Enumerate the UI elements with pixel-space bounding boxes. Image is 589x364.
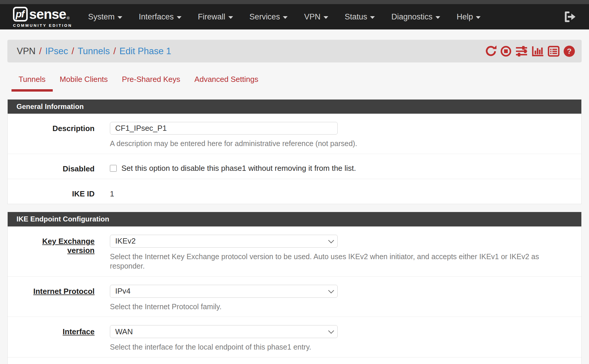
interface-label[interactable]: Interface: [17, 325, 95, 352]
breadcrumb-ipsec-link[interactable]: IPsec: [45, 46, 68, 57]
row-remote-gateway: Remote Gateway Enter the public IP addre…: [8, 357, 581, 364]
nav-item-status[interactable]: Status: [345, 12, 375, 21]
tab-tunnels[interactable]: Tunnels: [11, 70, 53, 92]
internet-protocol-help: Select the Internet Protocol family.: [110, 302, 572, 312]
pf-logo-icon: pf: [13, 7, 28, 21]
chevron-down-icon: [435, 16, 440, 19]
nav-item-help[interactable]: Help: [457, 12, 481, 21]
top-strip: [0, 0, 589, 4]
chevron-down-icon: [177, 16, 182, 19]
chevron-down-icon: [370, 16, 375, 19]
nav-item-services[interactable]: Services: [250, 12, 288, 21]
main-navbar: pf sense ® COMMUNITY EDITION System Inte…: [0, 4, 589, 29]
ike-id-label: IKE ID: [17, 187, 95, 198]
row-key-exchange-version: Key Exchange version IKEv2 Select the In…: [8, 226, 581, 276]
breadcrumb-tunnels-link[interactable]: Tunnels: [78, 46, 110, 57]
row-description: Description A description may be entered…: [8, 114, 581, 154]
sliders-icon[interactable]: [515, 46, 528, 57]
panel-general-information: General Information Description A descri…: [7, 99, 582, 204]
nav-menu: System Interfaces Firewall Services VPN …: [88, 12, 497, 21]
page-action-icons: ?: [485, 45, 575, 57]
tab-mobile-clients[interactable]: Mobile Clients: [53, 70, 115, 92]
stop-circle-icon[interactable]: [500, 46, 512, 57]
disabled-label: Disabled: [17, 162, 95, 173]
interface-help: Select the interface for the local endpo…: [110, 342, 572, 352]
panel-title: IKE Endpoint Configuration: [8, 212, 581, 226]
key-exchange-version-label[interactable]: Key Exchange version: [17, 235, 95, 271]
nav-item-diagnostics[interactable]: Diagnostics: [391, 12, 440, 21]
chevron-down-icon: [328, 237, 334, 243]
nav-item-firewall[interactable]: Firewall: [198, 12, 233, 21]
chevron-down-icon: [283, 16, 288, 19]
description-label: Description: [17, 122, 95, 148]
tab-advanced-settings[interactable]: Advanced Settings: [187, 70, 265, 92]
key-exchange-version-help: Select the Internet Key Exchange protoco…: [110, 252, 572, 271]
breadcrumb-vpn: VPN: [17, 46, 36, 57]
sign-out-icon[interactable]: [564, 11, 576, 23]
refresh-icon[interactable]: [485, 46, 496, 57]
chevron-down-icon: [328, 328, 334, 334]
key-exchange-version-select[interactable]: IKEv2: [110, 235, 338, 248]
brand-name: sense: [29, 6, 66, 22]
row-ike-id: IKE ID 1: [8, 179, 581, 204]
tab-bar: Tunnels Mobile Clients Pre-Shared Keys A…: [7, 70, 582, 92]
row-internet-protocol: Internet Protocol IPv4 Select the Intern…: [8, 276, 581, 317]
tab-pre-shared-keys[interactable]: Pre-Shared Keys: [115, 70, 187, 92]
disabled-checkbox[interactable]: [110, 165, 117, 172]
bar-chart-icon[interactable]: [532, 46, 544, 57]
chevron-down-icon: [228, 16, 233, 19]
nav-item-vpn[interactable]: VPN: [304, 12, 328, 21]
registered-mark: ®: [67, 16, 70, 20]
brand-edition: COMMUNITY EDITION: [13, 23, 72, 28]
disabled-checkbox-text: Set this option to disable this phase1 w…: [121, 164, 356, 173]
breadcrumb: VPN / IPsec / Tunnels / Edit Phase 1: [17, 46, 171, 57]
breadcrumb-bar: VPN / IPsec / Tunnels / Edit Phase 1 ?: [7, 40, 582, 62]
chevron-down-icon: [328, 287, 334, 293]
row-disabled: Disabled Set this option to disable this…: [8, 154, 581, 179]
list-icon[interactable]: [548, 46, 560, 57]
interface-select[interactable]: WAN: [110, 325, 338, 338]
question-circle-icon[interactable]: ?: [563, 45, 575, 57]
nav-item-system[interactable]: System: [88, 12, 122, 21]
description-help: A description may be entered here for ad…: [110, 139, 572, 148]
ike-id-value: 1: [110, 187, 572, 198]
description-input[interactable]: [110, 122, 338, 135]
pfsense-logo[interactable]: pf sense ® COMMUNITY EDITION: [13, 6, 72, 28]
chevron-down-icon: [476, 16, 481, 19]
svg-text:?: ?: [567, 47, 572, 56]
chevron-down-icon: [324, 16, 328, 19]
panel-ike-endpoint-configuration: IKE Endpoint Configuration Key Exchange …: [7, 212, 582, 364]
chevron-down-icon: [118, 16, 122, 19]
row-interface: Interface WAN Select the interface for t…: [8, 317, 581, 357]
nav-item-interfaces[interactable]: Interfaces: [139, 12, 182, 21]
breadcrumb-edit-phase1-link[interactable]: Edit Phase 1: [119, 46, 171, 57]
internet-protocol-select[interactable]: IPv4: [110, 285, 338, 298]
panel-title: General Information: [8, 100, 581, 114]
internet-protocol-label[interactable]: Internet Protocol: [17, 285, 95, 312]
